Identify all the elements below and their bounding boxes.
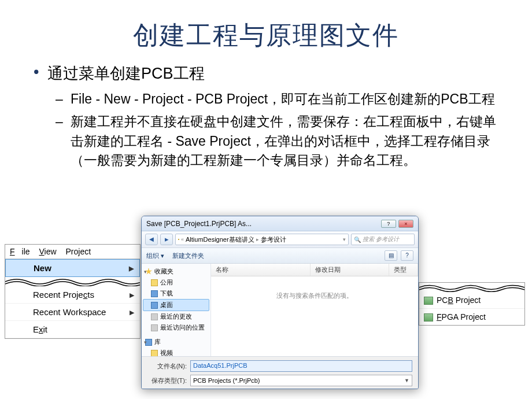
submenu-label: PCB Project	[437, 295, 481, 305]
menu-view[interactable]: View	[39, 247, 56, 256]
submenu-label: FPGA Project	[437, 312, 486, 322]
organize-button[interactable]: 组织 ▾	[146, 252, 164, 260]
dialog-titlebar: Save [PCB_Project1.PrjPCB] As... ? ×	[142, 216, 418, 231]
view-mode-button[interactable]: ▤	[385, 250, 397, 261]
tree-label: 收藏夹	[154, 267, 173, 276]
menu-item-label: Exit	[33, 324, 47, 334]
col-type[interactable]: 类型	[389, 264, 418, 276]
tree-desktop[interactable]: 桌面	[143, 299, 209, 311]
col-date[interactable]: 修改日期	[311, 264, 389, 276]
menu-item-new[interactable]: New ▶	[5, 259, 140, 277]
bullet-level2-2: 新建工程并不直接在硬盘中创建文件，需要保存：在工程面板中，右键单击新建的工程名 …	[71, 112, 497, 170]
filename-label: 文件名(N):	[147, 362, 187, 371]
breadcrumb-dropdown-icon[interactable]: ▾	[343, 237, 346, 242]
save-as-dialog: Save [PCB_Project1.PrjPCB] As... ? × ◄ ▸…	[141, 216, 419, 389]
dialog-toolbar: 组织 ▾ 新建文件夹 ▤ ?	[142, 248, 418, 264]
tree-label: 库	[154, 338, 161, 346]
tree-videos[interactable]: 视频	[143, 348, 209, 356]
help-icon[interactable]: ?	[401, 250, 413, 261]
list-header: 名称 修改日期 类型	[211, 264, 418, 276]
slide-content: 通过菜单创建PCB工程 File - New - Project - PCB P…	[0, 63, 532, 170]
search-placeholder: 搜索 参考设计	[363, 235, 399, 243]
tree-label: 最近的更改	[160, 312, 192, 321]
search-icon: 🔍	[354, 237, 361, 243]
col-name[interactable]: 名称	[211, 264, 311, 276]
tree-label: 公用	[160, 278, 173, 287]
breadcrumb-sep-icon: «	[181, 237, 184, 242]
menu-item-recent-workspace[interactable]: Recent Workspace ▶	[5, 304, 140, 321]
submenu-arrow-icon: ▶	[130, 291, 134, 299]
tree-favorites[interactable]: ▾收藏夹	[143, 266, 209, 277]
tree-downloads[interactable]: 下载	[143, 288, 209, 299]
list-empty-message: 没有与搜索条件匹配的项。	[211, 276, 418, 300]
menu-item-label: Recent Workspace	[33, 307, 106, 317]
menu-bar: File View Project	[5, 245, 140, 259]
filetype-label: 保存类型(T):	[147, 376, 187, 385]
dialog-title-text: Save [PCB_Project1.PrjPCB] As...	[146, 220, 252, 228]
menu-item-recent-projects[interactable]: Recent Projects ▶	[5, 286, 140, 304]
nav-forward-button[interactable]: ▸	[160, 234, 173, 245]
dialog-body: ▾收藏夹 公用 下载 桌面 最近的更改 最近访问的位置 ▾库 视频 图片 文档 …	[142, 264, 418, 356]
dialog-nav-row: ◄ ▸ « AltiumDesigner基础讲义 ▸ 参考设计 ▾ 🔍 搜索 参…	[142, 231, 418, 248]
menu-item-exit[interactable]: Exit	[5, 321, 140, 338]
tree-libraries[interactable]: ▾库	[143, 337, 209, 348]
help-button[interactable]: ?	[381, 220, 396, 228]
breadcrumb-sep-icon: ▸	[256, 237, 259, 242]
bullet-level2-1: File - New - Project - PCB Project，即可在当前…	[71, 90, 497, 109]
close-button[interactable]: ×	[398, 220, 413, 228]
search-input[interactable]: 🔍 搜索 参考设计	[351, 234, 415, 245]
menu-item-label: Recent Projects	[33, 290, 94, 300]
submenu-arrow-icon: ▶	[129, 265, 134, 272]
project-submenu-screenshot: PCB Project FPGA Project	[419, 282, 525, 326]
dialog-bottom: 文件名(N): DataAcq51.PrjPCB 保存类型(T): PCB Pr…	[142, 356, 418, 389]
submenu-arrow-icon: ▶	[130, 309, 134, 316]
torn-edge-decor	[419, 283, 524, 292]
tree-label: 最近访问的位置	[160, 323, 205, 332]
submenu-pcb-project[interactable]: PCB Project	[419, 292, 524, 308]
slide-title: 创建工程与原理图文件	[0, 0, 532, 63]
menu-project[interactable]: Project	[65, 247, 91, 256]
bullet-level1: 通过菜单创建PCB工程 File - New - Project - PCB P…	[47, 63, 497, 170]
tree-label: 视频	[160, 349, 173, 356]
file-list[interactable]: 名称 修改日期 类型 没有与搜索条件匹配的项。	[211, 264, 418, 356]
tree-public[interactable]: 公用	[143, 277, 209, 288]
filename-input[interactable]: DataAcq51.PrjPCB	[190, 360, 412, 372]
filetype-combo[interactable]: PCB Projects (*.PrjPcb) ▼	[190, 375, 412, 386]
tree-label: 下载	[160, 289, 173, 298]
dropdown-icon: ▼	[404, 378, 409, 383]
menu-item-new-label: New	[34, 263, 51, 273]
bullet1-text: 通过菜单创建PCB工程	[47, 65, 205, 82]
window-buttons: ? ×	[380, 219, 413, 228]
tree-recent-changes[interactable]: 最近的更改	[143, 311, 209, 322]
nav-back-button[interactable]: ◄	[145, 234, 158, 245]
torn-edge-decor	[5, 277, 140, 286]
breadcrumb[interactable]: « AltiumDesigner基础讲义 ▸ 参考设计 ▾	[175, 234, 349, 245]
file-menu-screenshot: File View Project New ▶ Recent Projects …	[5, 244, 141, 339]
folder-icon	[178, 239, 179, 240]
breadcrumb-seg2[interactable]: 参考设计	[261, 235, 286, 244]
tree-recent-locations[interactable]: 最近访问的位置	[143, 322, 209, 333]
folder-tree[interactable]: ▾收藏夹 公用 下载 桌面 最近的更改 最近访问的位置 ▾库 视频 图片 文档	[142, 264, 211, 356]
submenu-fpga-project[interactable]: FPGA Project	[419, 308, 524, 325]
filetype-value: PCB Projects (*.PrjPcb)	[193, 377, 260, 384]
new-folder-button[interactable]: 新建文件夹	[172, 252, 204, 260]
breadcrumb-seg1[interactable]: AltiumDesigner基础讲义	[186, 235, 254, 244]
tree-label: 桌面	[160, 301, 173, 309]
menu-file[interactable]: File	[10, 247, 30, 256]
